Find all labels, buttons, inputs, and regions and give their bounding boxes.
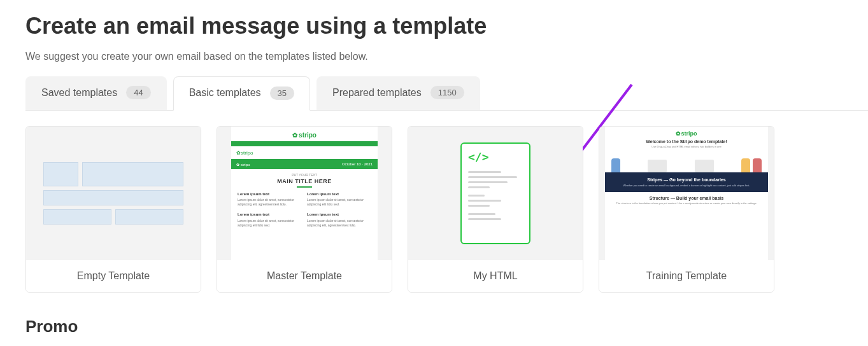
preview-band-title: Stripes — Go beyond the boundaries [609, 177, 764, 182]
page-title: Create an email message using a template [25, 13, 843, 39]
preview-sub-left: ✿ stripo [236, 162, 250, 167]
tab-count-badge: 35 [270, 86, 294, 100]
preview-struct-title: Structure — Build your email basis [609, 196, 764, 200]
template-card-label: Training Template [599, 260, 774, 292]
template-card-training[interactable]: stripo Welcome to the Stripo demo templa… [599, 126, 774, 293]
template-preview [26, 127, 201, 260]
preview-main-title: MAIN TITLE HERE [231, 178, 378, 184]
template-card-label: My HTML [408, 260, 583, 292]
preview-col-right: Lorem ipsum textLorem ipsum dolor sit am… [307, 212, 371, 227]
template-card-label: Empty Template [26, 260, 201, 292]
tab-label: Basic templates [189, 87, 261, 99]
preview-col-left: Lorem ipsum textLorem ipsum dolor sit am… [238, 212, 302, 227]
preview-col-left: Lorem ipsum textLorem ipsum dolor sit am… [238, 191, 302, 207]
tab-label: Prepared templates [332, 87, 422, 99]
section-heading-promo: Promo [25, 317, 843, 336]
tab-prepared-templates[interactable]: Prepared templates 1150 [317, 76, 480, 110]
html-document-icon: </> [460, 142, 530, 244]
tab-count-badge: 1150 [430, 86, 464, 99]
tab-count-badge: 44 [126, 86, 150, 99]
tabs-bar: Saved templates 44 Basic templates 35 Pr… [25, 76, 868, 111]
preview-structure-section: Structure — Build your email basis The s… [605, 192, 768, 260]
empty-layout-icon [43, 162, 183, 225]
preview-nav-bar [231, 141, 378, 146]
template-preview: stripo stripo ✿ stripo October 10 · 2021… [217, 127, 392, 260]
template-cards-row: Empty Template stripo stripo ✿ stripo Oc… [25, 126, 843, 293]
preview-pretitle: PUT YOUR TEXT [231, 173, 378, 177]
preview-sub-bar: ✿ stripo October 10 · 2021 [231, 159, 378, 169]
preview-band-sub: Whether you need to create an email back… [609, 184, 764, 187]
template-preview: </> [408, 127, 583, 260]
preview-col-right: Lorem ipsum textLorem ipsum dolor sit am… [307, 191, 371, 207]
preview-welcome-sub: Use Drag-n-Drop and HTML email editors, … [610, 145, 763, 148]
template-card-label: Master Template [217, 260, 392, 292]
preview-hero [605, 152, 768, 172]
template-card-master[interactable]: stripo stripo ✿ stripo October 10 · 2021… [217, 126, 392, 293]
template-card-empty[interactable]: Empty Template [25, 126, 201, 293]
preview-logo: stripo [610, 130, 763, 137]
preview-struct-sub: The structure is the foundation where yo… [609, 202, 764, 205]
preview-welcome-title: Welcome to the Stripo demo template! [610, 139, 763, 144]
preview-dark-band: Stripes — Go beyond the boundaries Wheth… [605, 172, 768, 192]
template-preview: stripo Welcome to the Stripo demo templa… [599, 127, 774, 260]
tab-basic-templates[interactable]: Basic templates 35 [173, 76, 310, 111]
tab-saved-templates[interactable]: Saved templates 44 [25, 76, 167, 110]
preview-underline [297, 186, 312, 188]
template-card-my-html[interactable]: </> My HTML [408, 126, 583, 293]
page-subtitle: We suggest you create your own email bas… [25, 51, 843, 62]
preview-brand-row: stripo [231, 146, 378, 159]
code-icon: </> [468, 150, 523, 163]
preview-logo: stripo [231, 127, 378, 141]
tab-label: Saved templates [41, 87, 117, 99]
preview-sub-right: October 10 · 2021 [342, 162, 373, 166]
